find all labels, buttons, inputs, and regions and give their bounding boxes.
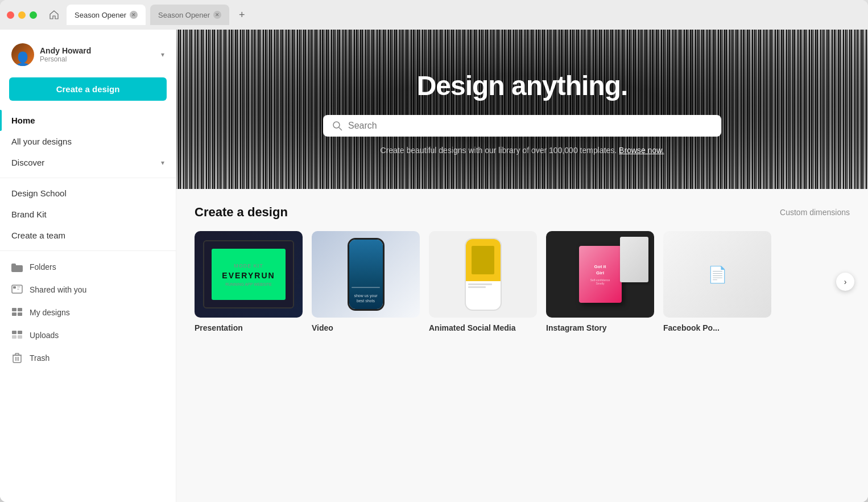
design-cards-wrapper: MODE KIT EVERYRUN RUNNING APP WEBSITE Pr… (195, 231, 850, 332)
chevron-down-icon: ▾ (161, 51, 164, 59)
svg-rect-11 (18, 331, 22, 334)
design-card-animated-social[interactable]: Animated Social Media (429, 231, 537, 332)
tab-close-2[interactable]: ✕ (213, 11, 221, 19)
svg-rect-10 (12, 331, 16, 334)
my-designs-icon (11, 307, 23, 318)
titlebar: Season Opener ✕ Season Opener ✕ + (0, 0, 868, 30)
sidebar-item-discover[interactable]: Discover ▾ (0, 152, 176, 173)
create-design-button[interactable]: Create a design (9, 77, 167, 101)
traffic-lights (7, 11, 37, 19)
svg-line-29 (339, 127, 342, 130)
tab-season-opener-2[interactable]: Season Opener ✕ (150, 5, 229, 25)
tab-close-1[interactable]: ✕ (130, 11, 138, 19)
svg-point-28 (333, 122, 340, 128)
sidebar-item-trash[interactable]: Trash (0, 347, 176, 369)
instagram-thumbnail: Got itGirl Self-confidence Smelly (546, 231, 654, 318)
svg-rect-9 (18, 312, 22, 316)
hero-title: Design anything. (323, 70, 721, 101)
section-title: Create a design (195, 205, 288, 220)
shared-icon (11, 284, 23, 295)
svg-rect-6 (12, 308, 16, 311)
design-card-instagram[interactable]: Got itGirl Self-confidence Smelly Instag… (546, 231, 654, 332)
svg-rect-7 (18, 308, 22, 311)
hero-subtitle: Create beautiful designs with our librar… (323, 146, 721, 155)
nav-label-all-designs: All your designs (11, 137, 72, 146)
search-input[interactable] (348, 121, 712, 131)
design-card-facebook[interactable]: 📄 Facebook Po... (663, 231, 771, 332)
sidebar-item-create-team[interactable]: Create a team (0, 225, 176, 246)
instagram-label: Instagram Story (546, 323, 654, 332)
maximize-button[interactable] (30, 11, 37, 19)
hero-banner: Design anything. Create beautiful design… (176, 30, 868, 189)
avatar (11, 43, 34, 66)
svg-rect-4 (17, 286, 20, 287)
sidebar: Andy Howard Personal ▾ Create a design H… (0, 30, 176, 502)
nav-divider (0, 178, 176, 178)
nav-label-brand-kit: Brand Kit (11, 209, 47, 219)
trash-icon (11, 352, 23, 364)
svg-rect-5 (17, 289, 19, 290)
my-designs-label: My designs (30, 308, 70, 317)
svg-rect-13 (18, 335, 22, 339)
sidebar-item-uploads[interactable]: Uploads (0, 324, 176, 347)
uploads-icon (11, 330, 23, 341)
animated-social-label: Animated Social Media (429, 323, 537, 332)
minimize-button[interactable] (18, 11, 26, 19)
sidebar-item-my-designs[interactable]: My designs (0, 301, 176, 324)
custom-dimensions-button[interactable]: Custom dimensions (780, 208, 850, 217)
hero-content: Design anything. Create beautiful design… (323, 70, 721, 155)
close-button[interactable] (7, 11, 14, 19)
sidebar-item-design-school[interactable]: Design School (0, 183, 176, 204)
nav-label-design-school: Design School (11, 188, 67, 198)
nav-label-discover: Discover (11, 158, 44, 167)
search-icon (332, 121, 342, 131)
new-tab-button[interactable]: + (234, 7, 250, 23)
svg-rect-8 (12, 312, 16, 316)
design-cards: MODE KIT EVERYRUN RUNNING APP WEBSITE Pr… (195, 231, 850, 332)
main-content: Design anything. Create beautiful design… (176, 30, 868, 502)
sidebar-item-folders[interactable]: Folders (0, 256, 176, 278)
folder-icon (11, 261, 23, 273)
sidebar-item-brand-kit[interactable]: Brand Kit (0, 204, 176, 225)
tab-season-opener-1[interactable]: Season Opener ✕ (67, 5, 146, 25)
shared-label: Shared with you (30, 285, 86, 294)
animated-social-thumbnail (429, 231, 537, 318)
facebook-label: Facebook Po... (663, 323, 771, 332)
sidebar-item-all-designs[interactable]: All your designs (0, 131, 176, 152)
folders-label: Folders (30, 262, 56, 271)
svg-rect-12 (12, 335, 16, 339)
cards-next-arrow[interactable]: › (836, 273, 854, 291)
user-name: Andy Howard (40, 46, 155, 55)
svg-rect-3 (13, 286, 16, 289)
chevron-down-icon: ▾ (161, 159, 164, 167)
presentation-thumbnail: MODE KIT EVERYRUN RUNNING APP WEBSITE (195, 231, 303, 318)
user-plan: Personal (40, 55, 155, 63)
sidebar-item-shared[interactable]: Shared with you (0, 278, 176, 301)
tab-label: Season Opener (75, 11, 126, 19)
video-label: Video (312, 323, 420, 332)
search-bar[interactable] (323, 115, 721, 137)
presentation-label: Presentation (195, 323, 303, 332)
user-profile[interactable]: Andy Howard Personal ▾ (0, 39, 176, 75)
trash-label: Trash (30, 353, 49, 363)
design-card-presentation[interactable]: MODE KIT EVERYRUN RUNNING APP WEBSITE Pr… (195, 231, 303, 332)
browse-now-link[interactable]: Browse now. (619, 146, 664, 155)
tab-label-2: Season Opener (158, 11, 210, 19)
nav-label-create-team: Create a team (11, 231, 65, 240)
svg-rect-1 (11, 264, 16, 267)
facebook-thumbnail: 📄 (663, 231, 771, 318)
nav-divider-2 (0, 250, 176, 251)
uploads-label: Uploads (30, 331, 59, 340)
home-tab-icon[interactable] (46, 7, 62, 23)
create-design-section: Create a design Custom dimensions MODE K… (176, 189, 868, 348)
nav-label-home: Home (11, 116, 35, 125)
video-thumbnail: show us yourbest shots (312, 231, 420, 318)
section-header: Create a design Custom dimensions (195, 205, 850, 220)
sidebar-item-home[interactable]: Home (0, 110, 176, 131)
design-card-video[interactable]: show us yourbest shots Video (312, 231, 420, 332)
